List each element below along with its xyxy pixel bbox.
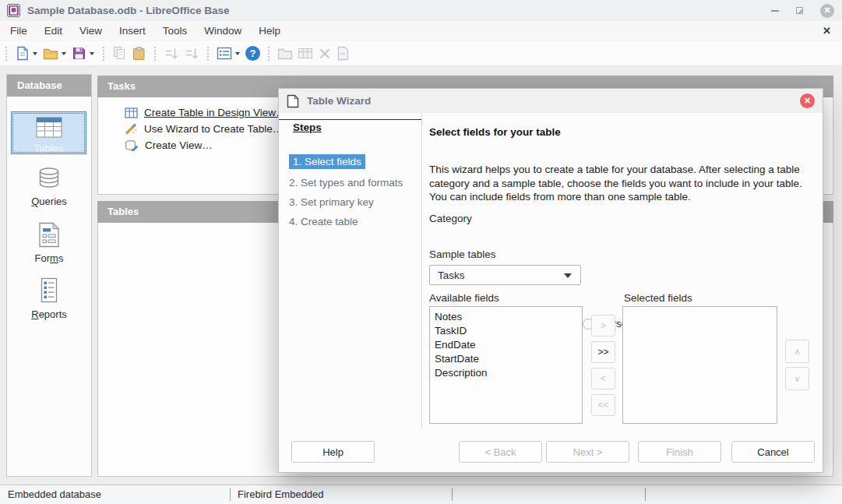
delete-icon — [318, 47, 332, 61]
open-dropdown-icon[interactable] — [62, 52, 66, 55]
reports-icon — [38, 277, 60, 304]
menu-insert[interactable]: Insert — [111, 21, 154, 41]
save-button[interactable] — [69, 44, 89, 64]
selected-fields-listbox[interactable] — [622, 306, 777, 424]
move-all-left-button: << — [591, 394, 615, 416]
sample-tables-label: Sample tables — [429, 248, 496, 260]
move-one-left-button: < — [591, 368, 615, 389]
document-button — [334, 44, 352, 64]
create-view-icon — [125, 139, 139, 151]
wizard-icon — [125, 123, 138, 135]
tables-icon — [33, 115, 65, 139]
database-sidebar: Database Tables Queries Forms Reports — [6, 74, 92, 477]
sort-ascending-button — [161, 44, 181, 64]
sidebar-item-label: Queries — [7, 196, 91, 207]
sidebar-item-label: Forms — [7, 252, 91, 264]
toolbar-grip-icon — [268, 47, 270, 61]
copy-button — [110, 44, 129, 64]
queries-icon — [34, 166, 64, 191]
statusbar: Embedded database Firebird Embedded — [0, 485, 842, 504]
status-separator — [452, 488, 453, 501]
close-icon[interactable]: ✕ — [820, 4, 834, 18]
sidebar-item-tables[interactable]: Tables — [11, 111, 86, 154]
new-document-icon — [15, 46, 30, 61]
list-item[interactable]: TaskID — [430, 324, 582, 338]
close-document-icon[interactable]: ✕ — [823, 21, 831, 41]
sort-ascending-icon — [164, 47, 179, 61]
move-one-right-button: > — [591, 315, 615, 337]
libreoffice-base-icon — [7, 4, 20, 17]
back-button: < Back — [459, 441, 542, 463]
menu-window[interactable]: Window — [196, 21, 250, 41]
minimize-icon[interactable] — [771, 10, 779, 12]
window-title: Sample Database.odb - LibreOffice Base — [27, 5, 230, 16]
steps-divider — [421, 113, 422, 429]
category-label: Category — [429, 213, 472, 224]
cancel-button[interactable]: Cancel — [731, 441, 815, 463]
move-all-right-button[interactable]: >> — [591, 341, 615, 363]
steps-column-rule — [279, 119, 421, 120]
menu-view[interactable]: View — [71, 21, 111, 41]
window-titlebar: Sample Database.odb - LibreOffice Base ✕ — [0, 0, 842, 21]
form-navigator-button[interactable] — [214, 44, 234, 64]
restore-icon[interactable] — [796, 7, 803, 14]
sample-tables-value: Tasks — [438, 270, 465, 281]
finish-button: Finish — [638, 441, 721, 463]
menu-file[interactable]: File — [2, 21, 36, 41]
save-icon — [72, 46, 86, 61]
help-button[interactable]: Help — [291, 441, 375, 463]
sort-descending-button — [181, 44, 202, 64]
status-database-type: Embedded database — [0, 485, 101, 504]
dialog-description: This wizard helps you to create a table … — [429, 163, 803, 204]
open-button[interactable] — [41, 44, 61, 64]
toolbar-grip-icon — [207, 47, 209, 61]
sidebar-item-label: Reports — [7, 308, 91, 320]
form-navigator-dropdown-icon[interactable] — [235, 52, 240, 55]
menu-tools[interactable]: Tools — [154, 21, 196, 41]
table-icon — [298, 47, 313, 60]
list-item[interactable]: StartDate — [430, 352, 582, 366]
list-item[interactable]: Notes — [430, 310, 582, 324]
menubar: File Edit View Insert Tools Window Help … — [0, 21, 842, 41]
task-label: Use Wizard to Create Table… — [144, 123, 283, 135]
step-set-types-formats: 2. Set types and formats — [289, 177, 403, 189]
delete-button — [315, 44, 334, 64]
sidebar-item-reports[interactable]: Reports — [7, 277, 91, 320]
table-button — [295, 44, 315, 64]
list-item[interactable]: EndDate — [430, 338, 582, 352]
menu-edit[interactable]: Edit — [36, 21, 71, 41]
sort-descending-icon — [184, 47, 199, 61]
paste-button[interactable] — [129, 44, 149, 64]
table-wizard-dialog: Table Wizard ✕ Steps 1. Select fields 2.… — [278, 88, 823, 473]
selected-fields-label: Selected fields — [624, 292, 692, 304]
dialog-title: Table Wizard — [307, 95, 371, 107]
menu-help[interactable]: Help — [250, 21, 289, 41]
move-down-button: ∨ — [785, 367, 809, 390]
design-table-icon — [125, 107, 138, 118]
new-document-dropdown-icon[interactable] — [33, 52, 37, 55]
step-set-primary-key: 3. Set primary key — [289, 196, 374, 208]
list-item[interactable]: Description — [430, 366, 582, 380]
sample-tables-dropdown[interactable]: Tasks — [429, 265, 581, 285]
available-fields-label: Available fields — [429, 292, 499, 304]
sidebar-item-queries[interactable]: Queries — [7, 166, 91, 207]
database-panel-header: Database — [7, 75, 91, 97]
save-dropdown-icon[interactable] — [90, 52, 94, 55]
dialog-heading: Select fields for your table — [429, 126, 561, 138]
steps-header: Steps — [293, 122, 322, 133]
copy-icon — [112, 46, 127, 61]
open-database-object-button — [275, 44, 295, 64]
new-document-button[interactable] — [12, 44, 32, 64]
form-navigator-icon — [217, 47, 232, 60]
document-icon — [336, 46, 350, 61]
help-icon: ? — [245, 46, 260, 61]
open-icon — [43, 47, 58, 61]
sidebar-item-forms[interactable]: Forms — [7, 222, 91, 264]
step-create-table: 4. Create table — [289, 216, 358, 227]
dialog-close-icon[interactable]: ✕ — [800, 93, 815, 108]
available-fields-listbox[interactable]: Notes TaskID EndDate StartDate Descripti… — [429, 306, 583, 424]
paste-icon — [132, 46, 146, 61]
step-select-fields[interactable]: 1. Select fields — [289, 154, 365, 169]
forms-icon — [37, 222, 61, 248]
help-button[interactable]: ? — [243, 44, 262, 64]
